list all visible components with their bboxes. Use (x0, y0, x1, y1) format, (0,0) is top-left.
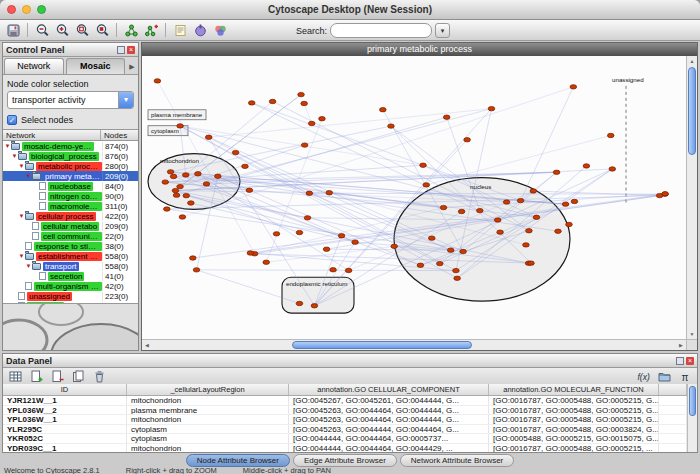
network-vertical-scrollbar[interactable]: ▲ ▼ (686, 56, 697, 339)
network-node[interactable] (553, 170, 560, 174)
network-node[interactable] (330, 268, 337, 272)
tab-mosaic[interactable]: Mosaic (66, 58, 126, 74)
network-node[interactable] (428, 236, 435, 240)
network-node[interactable] (326, 191, 333, 195)
network-node[interactable] (454, 276, 461, 280)
network-node[interactable] (391, 244, 398, 248)
network-node[interactable] (494, 218, 501, 222)
network-node[interactable] (656, 193, 663, 197)
network-node[interactable] (345, 268, 352, 272)
network-node[interactable] (205, 135, 212, 139)
network-node[interactable] (530, 189, 537, 193)
network-node[interactable] (170, 174, 177, 178)
select-nodes-option[interactable]: ✓ Select nodes (7, 113, 134, 127)
table-vertical-scrollbar[interactable] (687, 384, 697, 452)
expander-icon[interactable]: ▼ (18, 253, 25, 259)
tree-row[interactable]: nucleobase84(0) (3, 181, 138, 191)
zoom-in-icon[interactable] (53, 21, 71, 39)
scroll-left-icon[interactable]: ◀ (142, 340, 152, 350)
tree-node-label[interactable]: cellular process (36, 212, 96, 221)
network-node[interactable] (319, 117, 326, 121)
network-node[interactable] (571, 199, 578, 203)
table-scrollbar-thumb[interactable] (689, 386, 696, 416)
network-node[interactable] (523, 243, 530, 247)
tree-row[interactable]: nitrogen compo90(0) (3, 191, 138, 201)
tree-node-label[interactable]: nucleobase (48, 182, 93, 191)
network-node[interactable] (167, 170, 174, 174)
import-network-icon[interactable] (142, 21, 160, 39)
network-node[interactable] (242, 164, 249, 168)
network-node[interactable] (301, 101, 308, 105)
select-attributes-icon[interactable] (6, 367, 24, 385)
column-header[interactable]: annotation.GO MOLECULAR_FUNCTION (489, 384, 659, 395)
tree-node-label[interactable]: macromolecule (48, 202, 102, 211)
network-node[interactable] (526, 229, 533, 233)
network-node[interactable] (301, 143, 308, 147)
delete-row-icon[interactable] (90, 367, 108, 385)
tree-row[interactable]: ▼primary metabolic process209(0) (3, 171, 138, 181)
table-row[interactable]: YDR039C__1mitochondrion[GO:0044444, GO:0… (3, 444, 687, 453)
tree-row[interactable]: multi-organism pro42(0) (3, 281, 138, 291)
network-node[interactable] (246, 188, 253, 192)
tree-node-label[interactable]: mosaic-demo-yeast (22, 142, 94, 151)
minimize-window-button[interactable] (22, 5, 31, 14)
tree-node-label[interactable]: cellular metabo (41, 222, 99, 231)
network-node[interactable] (338, 234, 345, 238)
delete-attribute-icon[interactable] (48, 367, 66, 385)
search-input[interactable] (330, 23, 432, 38)
tree-node-label[interactable]: nitrogen compo (48, 192, 102, 201)
tree-row[interactable]: cellular metabo209(0) (3, 221, 138, 231)
tree-row[interactable]: macromolecule311(0) (3, 201, 138, 211)
network-node[interactable] (311, 304, 318, 308)
tree-row[interactable]: ▼cellular process422(0) (3, 211, 138, 221)
table-row[interactable]: YPL036W__2plasma membrane[GO:0045263, GO… (3, 406, 687, 416)
annotation-icon[interactable] (171, 21, 189, 39)
tab-scroll-right-button[interactable]: ▶ (126, 59, 138, 74)
function-icon[interactable]: π (676, 367, 694, 385)
network-node[interactable] (308, 121, 315, 125)
expander-icon[interactable]: ▼ (25, 173, 32, 179)
network-node[interactable] (269, 99, 276, 103)
network-node[interactable] (417, 263, 424, 267)
close-panel-button[interactable]: × (127, 46, 135, 54)
network-node[interactable] (583, 164, 590, 168)
network-node[interactable] (388, 124, 395, 128)
network-node[interactable] (447, 248, 454, 252)
network-node[interactable] (298, 92, 305, 96)
network-node[interactable] (177, 184, 184, 188)
network-node[interactable] (423, 183, 430, 187)
expander-icon[interactable]: ▼ (18, 213, 25, 219)
network-node[interactable] (497, 230, 504, 234)
birds-eye-view[interactable] (3, 303, 138, 350)
network-node[interactable] (183, 193, 190, 197)
import-attributes-icon[interactable] (655, 367, 673, 385)
network-node[interactable] (190, 256, 197, 260)
network-node[interactable] (182, 173, 189, 177)
network-node[interactable] (248, 101, 255, 105)
expander-icon[interactable]: ▼ (11, 153, 18, 159)
network-node[interactable] (352, 240, 359, 244)
tab-network[interactable]: Network (4, 58, 64, 74)
network-node[interactable] (304, 216, 311, 220)
column-header[interactable]: _cellularLayoutRegion (127, 384, 289, 395)
network-node[interactable] (323, 247, 330, 251)
network-horizontal-scrollbar[interactable]: ◀ ▶ (142, 339, 686, 350)
network-node[interactable] (443, 115, 450, 119)
network-node[interactable] (477, 208, 484, 212)
table-row[interactable]: YPL036W__1mitochondrion[GO:0045263, GO:0… (3, 415, 687, 425)
tree-node-label[interactable]: transport (43, 262, 79, 271)
zoom-fit-icon[interactable] (73, 21, 91, 39)
network-node[interactable] (263, 260, 270, 264)
float-panel-button[interactable] (676, 357, 684, 365)
network-node[interactable] (440, 205, 447, 209)
network-node[interactable] (179, 215, 186, 219)
network-canvas[interactable]: plasma membranecytoplasmmitochondrionnuc… (142, 56, 686, 339)
node-color-combobox[interactable]: transporter activity ▾ (7, 91, 134, 109)
tree-node-label[interactable]: metabolic process (36, 162, 102, 171)
network-node[interactable] (503, 200, 510, 204)
vertical-scrollbar-thumb[interactable] (688, 67, 696, 155)
tree-node-label[interactable]: response to stimul (34, 242, 102, 251)
tree-row[interactable]: ▼transport558(0) (3, 261, 138, 271)
expander-icon[interactable]: ▼ (25, 263, 32, 269)
close-window-button[interactable] (7, 5, 16, 14)
